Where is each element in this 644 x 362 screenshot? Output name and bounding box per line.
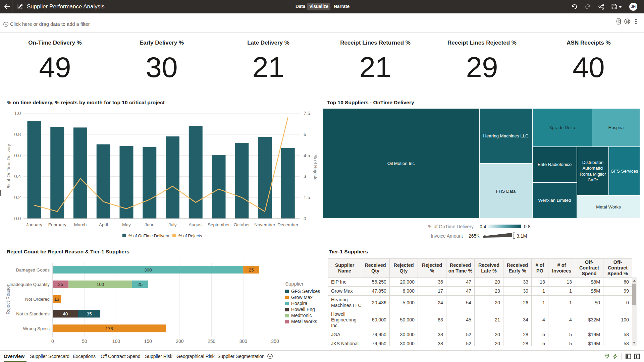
svg-text:100: 100 [112, 339, 120, 344]
svg-text:1.5: 1.5 [304, 195, 310, 200]
svg-text:3.1M: 3.1M [517, 233, 527, 239]
svg-text:Reject Reason: Reject Reason [5, 284, 11, 314]
svg-text:265K: 265K [469, 233, 480, 239]
svg-text:25: 25 [138, 282, 143, 287]
svg-text:0.4: 0.4 [480, 224, 486, 229]
svg-text:4.5: 4.5 [304, 153, 310, 158]
svg-text:Supplier: Supplier [285, 281, 304, 287]
svg-text:300: 300 [144, 267, 152, 273]
svg-text:150: 150 [144, 339, 152, 344]
svg-text:Medtronic: Medtronic [291, 313, 312, 318]
svg-text:Hospira: Hospira [291, 301, 307, 306]
svg-text:25: 25 [249, 267, 254, 273]
svg-text:0.8: 0.8 [14, 132, 21, 137]
svg-text:June: June [145, 222, 154, 227]
svg-text:Inadequate Quantity: Inadequate Quantity [9, 282, 50, 287]
svg-text:0.2: 0.2 [14, 195, 21, 200]
svg-text:7.5: 7.5 [304, 111, 310, 116]
svg-text:0.0: 0.0 [14, 216, 21, 221]
svg-text:December: December [277, 222, 299, 227]
svg-text:0: 0 [304, 216, 306, 221]
svg-text:% of OnTime Delivery: % of OnTime Delivery [128, 234, 169, 238]
svg-text:September: September [208, 222, 230, 227]
svg-text:Grow Max: Grow Max [291, 295, 313, 300]
svg-text:March: March [74, 222, 87, 227]
svg-text:Wrong Specs: Wrong Specs [23, 326, 50, 331]
svg-text:GFS Services: GFS Services [291, 289, 320, 294]
svg-text:Metal Works: Metal Works [291, 319, 317, 324]
svg-text:1.0: 1.0 [14, 111, 21, 116]
svg-text:Invoice Amount: Invoice Amount [431, 233, 463, 239]
svg-text:April: April [99, 222, 108, 227]
svg-text:Not Ordered: Not Ordered [25, 297, 50, 302]
svg-text:October: October [234, 222, 250, 227]
svg-text:May: May [122, 222, 131, 227]
svg-text:% of OnTime Delivery: % of OnTime Delivery [6, 144, 11, 188]
svg-text:25: 25 [58, 282, 63, 287]
svg-text:Damaged Goods: Damaged Goods [16, 267, 50, 273]
svg-text:3: 3 [304, 174, 306, 179]
svg-text:0.8: 0.8 [524, 224, 531, 229]
svg-text:6: 6 [304, 132, 306, 137]
svg-text:January: January [26, 222, 42, 227]
svg-text:40: 40 [63, 311, 68, 316]
svg-text:350: 350 [271, 339, 279, 344]
svg-text:13: 13 [54, 297, 59, 302]
svg-text:% of Rejects: % of Rejects [178, 234, 202, 238]
svg-text:July: July [168, 222, 176, 227]
svg-text:February: February [48, 222, 66, 227]
svg-text:November: November [254, 222, 275, 227]
svg-text:250: 250 [208, 339, 216, 344]
svg-text:% of Rejects: % of Rejects [313, 155, 318, 180]
svg-text:35: 35 [87, 311, 92, 316]
svg-text:0: 0 [51, 339, 54, 344]
svg-text:0.4: 0.4 [14, 174, 21, 179]
svg-text:200: 200 [176, 339, 184, 344]
svg-text:Howell Eng: Howell Eng [291, 307, 315, 312]
svg-text:August: August [189, 222, 203, 227]
svg-text:50: 50 [82, 339, 87, 344]
svg-text:100: 100 [97, 282, 104, 287]
svg-text:Not to Standards: Not to Standards [16, 311, 50, 316]
svg-text:0.6: 0.6 [14, 153, 21, 158]
svg-text:% of OnTime Delivery: % of OnTime Delivery [428, 224, 474, 229]
svg-text:178: 178 [105, 326, 113, 331]
svg-text:300: 300 [239, 339, 248, 344]
